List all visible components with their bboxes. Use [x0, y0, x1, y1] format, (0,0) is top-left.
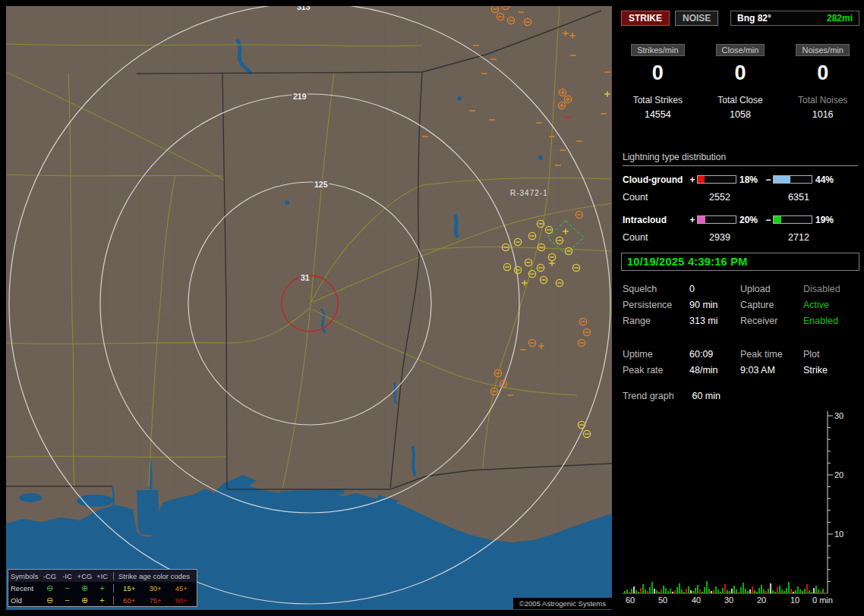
age-code-15: 15+ — [123, 584, 135, 592]
trend-bars — [624, 581, 824, 593]
range-value: 313 mi — [689, 316, 740, 326]
ic-minus-icon: − — [58, 583, 76, 592]
trend-graph: 302010 6050403020100 min — [621, 407, 852, 607]
legend-col-cg-plus: +CG — [76, 572, 93, 580]
trend-window-value: 60 min — [692, 391, 721, 401]
trend-graph-label-row: Trend graph 60 min — [623, 391, 721, 401]
cg-minus-icon: ⊖ — [41, 596, 58, 605]
bearing-display: Bng 82° 282mi — [730, 11, 859, 26]
total-noises-value: 1016 — [781, 109, 864, 120]
svg-text:20: 20 — [834, 470, 844, 479]
squelch-label: Squelch — [623, 284, 689, 294]
svg-text:0 min: 0 min — [812, 596, 833, 605]
map-area[interactable]: R-3472-1 313 219 125 31 Symbols -CG -IC … — [6, 6, 612, 610]
runtime-grid: Uptime 60:09 Peak time Plot Peak rate 48… — [623, 349, 858, 376]
plot-value: Strike — [803, 365, 858, 376]
cg-minus-icon: ⊖ — [41, 583, 58, 593]
age-code-45: 45+ — [175, 584, 188, 592]
status-panel: STRIKE NOISE Bng 82° 282mi Strikes/min 0… — [616, 0, 864, 616]
noises-per-min-column: Noises/min 0 Total Noises 1016 — [781, 44, 864, 120]
age-code-75: 75+ — [149, 596, 161, 605]
upload-status: Disabled — [803, 284, 858, 294]
svg-text:40: 40 — [692, 596, 701, 605]
intracloud-row: Intracloud + 20% − 19% — [623, 214, 858, 225]
cg-plus-icon: ⊕ — [76, 596, 93, 605]
cg-plus-count: 2552 — [688, 192, 752, 203]
age-code-60: 60+ — [123, 596, 135, 605]
intracloud-count-row: Count 2939 2712 — [623, 232, 858, 244]
noise-button[interactable]: NOISE — [675, 11, 718, 26]
ring-label-313: 313 — [297, 6, 311, 11]
legend-old-label: Old — [11, 596, 41, 605]
count-label: Count — [623, 232, 688, 244]
minus-sign: − — [764, 174, 773, 185]
capture-status: Active — [803, 300, 858, 310]
ic-minus-bar — [773, 215, 812, 224]
peak-rate-label: Peak rate — [623, 365, 689, 376]
ic-minus-icon: − — [58, 596, 76, 605]
noises-per-min-value: 0 — [781, 61, 864, 85]
bearing-label: Bng 82° — [737, 13, 771, 24]
trend-y-labels: 302010 — [834, 411, 844, 539]
peak-time-label: Peak time — [740, 349, 803, 360]
legend-age-header: Strike age color codes — [113, 572, 194, 580]
plus-sign: + — [688, 174, 697, 185]
receiver-label: Receiver — [740, 316, 803, 326]
noises-per-min-chip: Noises/min — [796, 44, 849, 56]
ic-plus-icon: + — [93, 596, 111, 605]
top-toolbar: STRIKE NOISE Bng 82° 282mi — [621, 10, 859, 26]
svg-text:20: 20 — [757, 596, 766, 605]
svg-text:30: 30 — [834, 411, 844, 420]
plot-label: Plot — [803, 349, 858, 360]
ic-plus-pct: 20% — [739, 215, 764, 225]
minus-sign: − — [764, 215, 773, 225]
age-code-30: 30+ — [149, 584, 161, 592]
rates-section: Strikes/min 0 Total Strikes 14554 Close/… — [616, 44, 864, 120]
cloud-ground-label: Cloud-ground — [623, 174, 688, 185]
svg-text:10: 10 — [790, 596, 799, 605]
age-code-90: 90+ — [175, 596, 188, 605]
close-per-min-column: Close/min 0 Total Close 1058 — [699, 44, 782, 120]
ring-label-31: 31 — [301, 273, 310, 282]
ring-label-125: 125 — [314, 180, 328, 189]
copyright-text: ©2005 Astrogenic Systems — [513, 598, 612, 609]
ic-plus-icon: + — [93, 583, 111, 592]
datetime-text: 10/19/2025 4:39:16 PM — [627, 256, 748, 268]
strike-button[interactable]: STRIKE — [621, 11, 670, 26]
settings-grid: Squelch 0 Upload Disabled Persistence 90… — [623, 284, 858, 326]
uptime-label: Uptime — [623, 349, 689, 360]
cg-minus-count: 6351 — [761, 192, 837, 203]
squelch-value: 0 — [689, 284, 740, 294]
map-legend: Symbols -CG -IC +CG +IC Strike age color… — [8, 569, 197, 607]
svg-text:50: 50 — [658, 596, 667, 605]
legend-col-ic-plus: +IC — [93, 572, 111, 580]
cg-plus-pct: 18% — [739, 174, 764, 185]
legend-symbols-header: Symbols — [11, 572, 41, 580]
trend-axis-ticks — [828, 416, 833, 581]
cg-minus-pct: 44% — [815, 174, 840, 185]
range-label: Range — [623, 316, 689, 326]
cg-plus-icon: ⊕ — [76, 583, 93, 593]
receiver-status: Enabled — [803, 316, 858, 326]
total-close-value: 1058 — [699, 109, 782, 120]
datetime-display: 10/19/2025 4:39:16 PM — [621, 253, 859, 271]
lightning-map[interactable]: R-3472-1 313 219 125 31 — [6, 6, 612, 610]
airspace-label: R-3472-1 — [510, 189, 548, 197]
ic-minus-pct: 19% — [815, 215, 840, 225]
cg-plus-bar — [697, 175, 736, 184]
strikes-per-min-column: Strikes/min 0 Total Strikes 14554 — [616, 44, 699, 120]
total-strikes-value: 14554 — [616, 109, 699, 120]
persistence-label: Persistence — [623, 300, 689, 310]
legend-col-ic-minus: -IC — [58, 572, 76, 580]
legend-recent-label: Recent — [11, 584, 41, 592]
ic-minus-count: 2712 — [761, 232, 837, 244]
upload-label: Upload — [740, 284, 803, 294]
cloud-ground-row: Cloud-ground + 18% − 44% — [623, 174, 858, 185]
bearing-distance: 282mi — [827, 13, 853, 24]
trend-graph-label: Trend graph — [623, 391, 689, 401]
svg-text:10: 10 — [834, 530, 844, 539]
ic-plus-bar — [697, 215, 736, 224]
distribution-section: Lightning type distribution Cloud-ground… — [623, 152, 858, 254]
peak-rate-value: 48/min — [689, 365, 740, 376]
total-strikes-label: Total Strikes — [616, 95, 699, 105]
